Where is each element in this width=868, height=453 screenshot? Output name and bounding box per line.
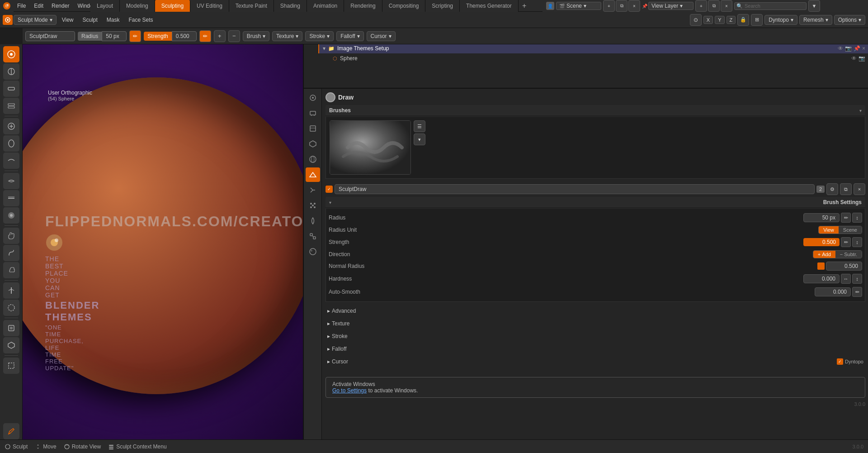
- crease-tool[interactable]: [3, 153, 19, 169]
- brush-copy-btn[interactable]: ⧉: [840, 183, 852, 195]
- props-tab-object-data[interactable]: [306, 167, 320, 182]
- radius-unit-scene-btn[interactable]: Scene: [839, 226, 862, 234]
- options-dropdown[interactable]: Options ▾: [834, 15, 865, 25]
- menu-file[interactable]: File: [14, 2, 29, 10]
- texture-dropdown[interactable]: Texture ▾: [272, 31, 302, 41]
- brush-list-view-btn[interactable]: ☰: [414, 120, 425, 132]
- direction-subtract-btn[interactable]: − Subtr.: [835, 251, 862, 258]
- mask-tool[interactable]: [3, 320, 19, 336]
- add-workspace-button[interactable]: +: [519, 0, 530, 12]
- stroke-dropdown[interactable]: Stroke ▾: [305, 31, 334, 41]
- falloff-subsection-header[interactable]: ▸ Falloff: [326, 344, 865, 353]
- tab-uv-editing[interactable]: UV Editing: [190, 0, 229, 12]
- props-tab-material[interactable]: [306, 244, 320, 259]
- image-themes-close-icon[interactable]: ×: [862, 45, 865, 52]
- z-axis-btn[interactable]: Z: [726, 16, 736, 24]
- copy-scene-button[interactable]: ⧉: [616, 0, 627, 12]
- tab-shading[interactable]: Shading: [274, 0, 307, 12]
- sculpt-menu-btn[interactable]: Sculpt: [79, 15, 101, 24]
- radius-setting-value[interactable]: 50 px: [803, 213, 840, 222]
- main-viewport[interactable]: User Orthographic (54) Sphere FLIPPEDNOR…: [23, 44, 303, 439]
- normal-radius-color-swatch[interactable]: [817, 262, 825, 270]
- scene-selector[interactable]: 🎬 Scene ▾: [556, 2, 601, 10]
- proportional-edit-btn[interactable]: ⊙: [690, 14, 702, 26]
- radius-unit-view-btn[interactable]: View: [819, 226, 839, 234]
- props-tab-view-layer[interactable]: [306, 121, 320, 136]
- brush-dropdown[interactable]: Brush ▾: [243, 31, 269, 41]
- hardness-value[interactable]: 0.000: [803, 274, 840, 283]
- outliner-image-themes[interactable]: ▾ 📁 Image Themes Setup 👁 📷 📌 ×: [318, 43, 868, 53]
- draw-face-sets-tool[interactable]: [3, 337, 19, 353]
- brush-expand-btn[interactable]: ▾: [414, 134, 425, 145]
- clay-tool[interactable]: [3, 81, 19, 97]
- rotate-view-indicator[interactable]: Rotate View: [64, 443, 101, 450]
- strength-pressure-btn[interactable]: ✏: [199, 30, 211, 42]
- flatten-tool[interactable]: [3, 190, 19, 206]
- x-axis-btn[interactable]: X: [703, 16, 713, 24]
- image-themes-camera-icon[interactable]: 📷: [845, 45, 852, 52]
- thumb-tool[interactable]: [3, 262, 19, 278]
- props-tab-modifier[interactable]: [306, 183, 320, 197]
- hardness-btn[interactable]: ↔: [841, 274, 851, 284]
- y-axis-btn[interactable]: Y: [715, 16, 724, 24]
- menu-edit[interactable]: Edit: [30, 2, 47, 10]
- props-tab-scene[interactable]: [306, 137, 320, 151]
- filter-button[interactable]: ▼: [808, 0, 820, 12]
- strength-label[interactable]: Strength: [144, 32, 171, 41]
- mask-menu-btn[interactable]: Mask: [103, 15, 123, 24]
- sphere-camera-icon[interactable]: 📷: [859, 55, 865, 62]
- cursor-dropdown[interactable]: Cursor ▾: [367, 31, 396, 41]
- props-tab-physics[interactable]: [306, 214, 320, 228]
- clay-strips-tool[interactable]: [3, 98, 19, 114]
- pinch-tool[interactable]: [3, 282, 19, 299]
- elastic-deform-tool[interactable]: [3, 300, 19, 316]
- props-tab-constraints[interactable]: [306, 229, 320, 243]
- subtract-btn[interactable]: −: [228, 30, 240, 42]
- face-sets-menu-btn[interactable]: Face Sets: [125, 15, 157, 24]
- cursor-subsection-header[interactable]: ▸ Cursor ✓ Dyntopo: [326, 357, 865, 366]
- radius-value-field[interactable]: 50 px: [102, 31, 127, 41]
- blob-tool[interactable]: [3, 135, 19, 152]
- transform-btn[interactable]: ⊞: [751, 14, 763, 26]
- tab-animation[interactable]: Animation: [307, 0, 344, 12]
- texture-subsection-header[interactable]: ▸ Texture: [326, 319, 865, 328]
- props-tab-render[interactable]: [306, 91, 320, 105]
- cursor-checkbox[interactable]: ✓: [837, 358, 843, 365]
- lock-btn[interactable]: 🔒: [737, 14, 749, 26]
- inflate-tool[interactable]: [3, 118, 19, 134]
- strength-lock-btn[interactable]: ↕: [852, 237, 862, 247]
- tab-rendering[interactable]: Rendering: [344, 0, 382, 12]
- radius-lock-btn[interactable]: ↕: [852, 213, 862, 223]
- sculpt-context-menu-indicator[interactable]: Sculpt Context Menu: [108, 443, 166, 450]
- add-subtract-btn[interactable]: +: [214, 30, 226, 42]
- image-themes-pin-icon[interactable]: 📌: [854, 45, 860, 52]
- strength-pen-btn[interactable]: ✏: [841, 237, 851, 247]
- tab-sculpting[interactable]: Sculpting: [155, 0, 190, 12]
- brush-settings-header[interactable]: ▾ Brush Settings: [326, 197, 865, 208]
- props-tab-output[interactable]: [306, 106, 320, 120]
- global-search[interactable]: 🔍 Search: [734, 2, 807, 10]
- sphere-eye-icon[interactable]: 👁: [851, 55, 857, 62]
- tab-scripting[interactable]: Scripting: [425, 0, 460, 12]
- delete-scene-button[interactable]: ×: [628, 0, 640, 12]
- dyntopo-dropdown[interactable]: Dyntopo ▾: [764, 15, 797, 25]
- go-to-settings-link[interactable]: Go to Settings: [332, 387, 367, 394]
- radius-pen-btn[interactable]: ✏: [841, 213, 851, 223]
- annotate-tool[interactable]: [3, 423, 19, 439]
- remesh-dropdown[interactable]: Remesh ▾: [799, 15, 832, 25]
- auto-smooth-value[interactable]: 0.000: [815, 287, 851, 296]
- view-layer-selector[interactable]: View Layer ▾: [648, 2, 693, 10]
- radius-pressure-btn[interactable]: ✏: [129, 30, 141, 42]
- move-tool-indicator[interactable]: Move: [35, 443, 56, 450]
- tab-compositing[interactable]: Compositing: [382, 0, 426, 12]
- sculpt-draw-tool[interactable]: [3, 46, 19, 62]
- new-scene-button[interactable]: +: [603, 0, 615, 12]
- fill-tool[interactable]: [3, 207, 19, 224]
- tab-texture-paint[interactable]: Texture Paint: [229, 0, 274, 12]
- strength-value-field[interactable]: 0.500: [172, 31, 197, 41]
- tab-modeling[interactable]: Modeling: [120, 0, 155, 12]
- auto-smooth-btn[interactable]: ✏: [852, 287, 862, 297]
- stroke-subsection-header[interactable]: ▸ Stroke: [326, 332, 865, 341]
- mode-dropdown[interactable]: Sculpt Mode ▾: [14, 15, 57, 25]
- tab-layout[interactable]: Layout: [90, 0, 120, 12]
